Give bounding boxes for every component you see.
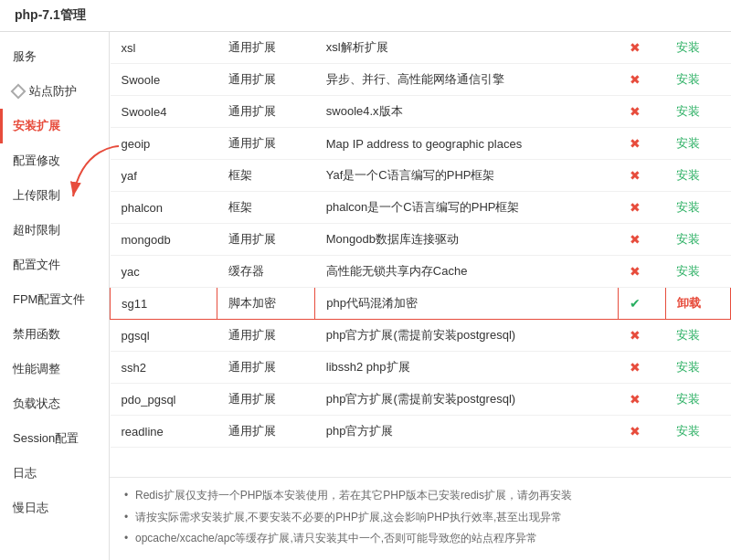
ext-name: phalcon [111, 192, 217, 224]
ext-name: mongodb [111, 224, 217, 256]
ext-desc: php代码混淆加密 [315, 288, 619, 320]
table-row: sg11脚本加密php代码混淆加密✔卸载 [111, 288, 731, 320]
install-button[interactable]: 安装 [676, 328, 700, 342]
ext-status-icon: ✖ [619, 64, 666, 96]
sidebar-item-label: 性能调整 [13, 361, 60, 377]
install-button[interactable]: 安装 [676, 360, 700, 374]
install-button[interactable]: 安装 [676, 392, 700, 406]
ext-type: 通用扩展 [217, 384, 315, 416]
ext-status-icon: ✖ [619, 32, 666, 64]
ext-status-icon: ✖ [619, 320, 666, 352]
sidebar-item-label: 配置修改 [13, 153, 60, 169]
install-button[interactable]: 安装 [676, 104, 700, 118]
ext-status-icon: ✖ [619, 192, 666, 224]
sidebar-item-label: 服务 [13, 48, 37, 65]
table-row: yac缓存器高性能无锁共享内存Cache✖安装 [111, 256, 731, 288]
sidebar-item-label: 上传限制 [13, 187, 60, 204]
sidebar-item-load-status[interactable]: 负载状态 [0, 386, 109, 421]
ext-type: 通用扩展 [217, 128, 315, 160]
ext-desc: 高性能无锁共享内存Cache [315, 256, 619, 288]
sidebar-item-label: 安装扩展 [13, 118, 60, 134]
install-button[interactable]: 安装 [676, 264, 700, 278]
ext-desc: xsl解析扩展 [315, 32, 619, 64]
sidebar-item-log[interactable]: 日志 [0, 456, 109, 491]
ext-type: 通用扩展 [217, 224, 315, 256]
cross-icon: ✖ [630, 424, 641, 438]
sidebar-item-install-ext[interactable]: 安装扩展 [0, 109, 109, 143]
header: php-7.1管理 [0, 0, 731, 32]
ext-type: 框架 [217, 192, 315, 224]
ext-name: Swoole [111, 64, 217, 96]
ext-type: 通用扩展 [217, 96, 315, 128]
ext-status-icon: ✖ [619, 384, 666, 416]
ext-desc: Mongodb数据库连接驱动 [315, 224, 619, 256]
install-button[interactable]: 安装 [676, 168, 700, 182]
ext-desc: php官方扩展(需提前安装postgresql) [315, 320, 619, 352]
ext-type: 缓存器 [217, 256, 315, 288]
table-row: pdo_pgsql通用扩展php官方扩展(需提前安装postgresql)✖安装 [111, 384, 731, 416]
sidebar-item-timeout-limit[interactable]: 超时限制 [0, 213, 109, 248]
sidebar-item-fpm-config[interactable]: FPM配置文件 [0, 282, 109, 317]
ext-name: yac [111, 256, 217, 288]
sidebar-item-label: FPM配置文件 [13, 291, 85, 308]
ext-desc: Map IP address to geographic places [315, 128, 619, 160]
table-row: phalcon框架phalcon是一个C语言编写的PHP框架✖安装 [111, 192, 731, 224]
sidebar-item-site-protection[interactable]: 站点防护 [0, 74, 109, 109]
ext-name: pgsql [111, 320, 217, 352]
ext-desc: 异步、并行、高性能网络通信引擎 [315, 64, 619, 96]
cross-icon: ✖ [630, 136, 641, 151]
install-button[interactable]: 安装 [676, 136, 700, 150]
uninstall-button[interactable]: 卸载 [677, 296, 701, 310]
footer-note: 请按实际需求安装扩展,不要安装不必要的PHP扩展,这会影响PHP执行效率,甚至出… [124, 509, 716, 526]
sidebar-item-perf-tuning[interactable]: 性能调整 [0, 352, 109, 386]
sidebar: 服务站点防护安装扩展配置修改上传限制超时限制配置文件FPM配置文件禁用函数性能调… [0, 32, 110, 560]
ext-name: yaf [111, 160, 217, 192]
extensions-table: xsl通用扩展xsl解析扩展✖安装Swoole通用扩展异步、并行、高性能网络通信… [110, 32, 731, 448]
ext-status-icon: ✖ [619, 224, 666, 256]
cross-icon: ✖ [630, 360, 641, 375]
ext-desc: phalcon是一个C语言编写的PHP框架 [315, 192, 619, 224]
ext-status-icon: ✔ [619, 288, 666, 320]
sidebar-item-config-modify[interactable]: 配置修改 [0, 143, 109, 178]
sidebar-item-label: 负载状态 [13, 396, 60, 412]
table-row: Swoole4通用扩展swoole4.x版本✖安装 [111, 96, 731, 128]
ext-name: readline [111, 416, 217, 448]
cross-icon: ✖ [630, 200, 641, 215]
ext-type: 框架 [217, 160, 315, 192]
sidebar-item-config-file[interactable]: 配置文件 [0, 248, 109, 282]
install-button[interactable]: 安装 [676, 424, 700, 438]
ext-type: 通用扩展 [217, 320, 315, 352]
sidebar-item-session-config[interactable]: Session配置 [0, 421, 109, 456]
ext-status-icon: ✖ [619, 416, 666, 448]
sidebar-item-service[interactable]: 服务 [0, 39, 109, 74]
table-row: xsl通用扩展xsl解析扩展✖安装 [111, 32, 731, 64]
ext-name: ssh2 [111, 352, 217, 384]
ext-name: xsl [111, 32, 217, 64]
sidebar-item-label: 配置文件 [13, 257, 60, 273]
cross-icon: ✖ [630, 40, 641, 55]
footer-note: Redis扩展仅支持一个PHP版本安装使用，若在其它PHP版本已安装redis扩… [124, 487, 716, 504]
install-button[interactable]: 安装 [676, 200, 700, 214]
ext-type: 脚本加密 [217, 288, 315, 320]
ext-type: 通用扩展 [217, 64, 315, 96]
ext-name: pdo_pgsql [111, 384, 217, 416]
cross-icon: ✖ [630, 104, 641, 119]
sidebar-item-disabled-funcs[interactable]: 禁用函数 [0, 317, 109, 352]
sidebar-item-slow-log[interactable]: 慢日志 [0, 491, 109, 525]
install-button[interactable]: 安装 [676, 72, 700, 86]
ext-type: 通用扩展 [217, 352, 315, 384]
install-button[interactable]: 安装 [676, 232, 700, 246]
cross-icon: ✖ [630, 328, 641, 343]
sidebar-item-label: 超时限制 [13, 222, 60, 238]
sidebar-item-upload-limit[interactable]: 上传限制 [0, 178, 109, 213]
sidebar-item-label: 慢日志 [13, 500, 48, 516]
table-row: ssh2通用扩展libssh2 php扩展✖安装 [111, 352, 731, 384]
footer-note: opcache/xcache/apc等缓存扩展,请只安装其中一个,否则可能导致您… [124, 530, 716, 547]
ext-name: sg11 [111, 288, 217, 320]
ext-desc: Yaf是一个C语言编写的PHP框架 [315, 160, 619, 192]
ext-desc: libssh2 php扩展 [315, 352, 619, 384]
install-button[interactable]: 安装 [676, 40, 700, 54]
sidebar-item-label: Session配置 [13, 430, 79, 447]
ext-type: 通用扩展 [217, 416, 315, 448]
ext-status-icon: ✖ [619, 352, 666, 384]
